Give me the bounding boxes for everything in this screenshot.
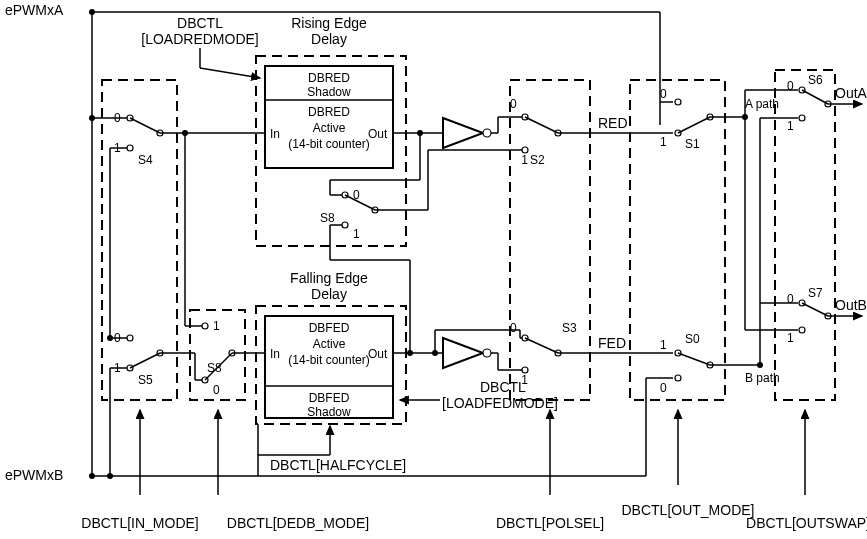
dbred-shadow1: DBRED bbox=[308, 71, 350, 85]
dbfed-in: In bbox=[270, 347, 280, 361]
svg-line-22 bbox=[130, 353, 160, 368]
s1-sel1: 1 bbox=[660, 135, 667, 149]
dbfed-counter: (14-bit counter) bbox=[288, 353, 369, 367]
loadredmode-label: [LOADREDMODE] bbox=[141, 31, 258, 47]
switch-s6: S6 bbox=[808, 73, 823, 87]
s2-sel1: 1 bbox=[521, 153, 528, 167]
svg-point-74 bbox=[407, 350, 413, 356]
rising-delay-label: Delay bbox=[311, 31, 347, 47]
svg-point-62 bbox=[483, 129, 491, 137]
svg-line-52 bbox=[345, 195, 375, 210]
loadfedmode: [LOADFEDMODE] bbox=[442, 395, 558, 411]
switch-s2: S2 bbox=[530, 153, 545, 167]
s6-sel1: 1 bbox=[787, 119, 794, 133]
switch-s5: S5 bbox=[138, 373, 153, 387]
a-path: A path bbox=[745, 97, 779, 111]
svg-point-24 bbox=[89, 115, 95, 121]
dbfed-active1: DBFED bbox=[309, 321, 350, 335]
s8a-sel1: 1 bbox=[353, 227, 360, 241]
dbfed-shadow2: Shadow bbox=[307, 405, 351, 419]
outmode-label: DBCTL[OUT_MODE] bbox=[621, 502, 754, 518]
svg-line-108 bbox=[678, 353, 710, 365]
s7-sel1: 1 bbox=[787, 331, 794, 345]
svg-line-129 bbox=[802, 303, 828, 316]
red-label: RED bbox=[598, 115, 628, 131]
dbfed-active2: Active bbox=[313, 337, 346, 351]
dbfed-shadow1: DBFED bbox=[309, 391, 350, 405]
s0-sel0: 0 bbox=[660, 381, 667, 395]
s0-sel1: 1 bbox=[660, 338, 667, 352]
dbred-counter: (14-bit counter) bbox=[288, 137, 369, 151]
switch-s8b: S8 bbox=[207, 361, 222, 375]
s8a-sel0: 0 bbox=[353, 188, 360, 202]
svg-line-85 bbox=[525, 117, 558, 133]
svg-rect-14 bbox=[102, 80, 177, 400]
svg-rect-81 bbox=[510, 80, 590, 400]
svg-point-118 bbox=[757, 362, 763, 368]
svg-point-33 bbox=[202, 323, 208, 329]
falling-edge-label: Falling Edge bbox=[290, 270, 368, 286]
out-b: OutB bbox=[835, 297, 867, 313]
input-a-label: ePWMxA bbox=[5, 2, 64, 18]
svg-line-91 bbox=[525, 338, 558, 353]
svg-point-57 bbox=[417, 130, 423, 136]
dbred-out: Out bbox=[368, 127, 388, 141]
svg-point-96 bbox=[432, 350, 438, 356]
svg-point-16 bbox=[127, 145, 133, 151]
switch-s0: S0 bbox=[685, 332, 700, 346]
polsel-label: DBCTL[POLSEL] bbox=[496, 515, 604, 531]
svg-line-18 bbox=[130, 118, 160, 133]
falling-delay-label: Delay bbox=[311, 286, 347, 302]
input-b-label: ePWMxB bbox=[5, 467, 63, 483]
s3-sel1: 1 bbox=[521, 373, 528, 387]
fed-label: FED bbox=[598, 335, 626, 351]
svg-point-123 bbox=[799, 115, 805, 121]
rising-edge-label: Rising Edge bbox=[291, 15, 367, 31]
dbfed-out: Out bbox=[368, 347, 388, 361]
out-a: OutA bbox=[835, 85, 867, 101]
s8b-sel0: 0 bbox=[213, 383, 220, 397]
in-mode-label: DBCTL[IN_MODE] bbox=[81, 515, 198, 531]
dbctl-mid: DBCTL bbox=[480, 379, 526, 395]
switch-s7: S7 bbox=[808, 286, 823, 300]
svg-point-41 bbox=[182, 130, 188, 136]
s2-sel0: 0 bbox=[510, 97, 517, 111]
svg-point-76 bbox=[483, 349, 491, 357]
switch-s4: S4 bbox=[138, 153, 153, 167]
s7-sel0: 0 bbox=[787, 292, 794, 306]
s1-sel0: 0 bbox=[660, 87, 667, 101]
switch-s8a: S8 bbox=[320, 211, 335, 225]
svg-point-101 bbox=[675, 99, 681, 105]
svg-point-28 bbox=[107, 335, 113, 341]
dedb-mode-label: DBCTL[DEDB_MODE] bbox=[227, 515, 369, 531]
outswap-label: DBCTL[OUTSWAP] bbox=[746, 515, 867, 531]
dbred-in: In bbox=[270, 127, 280, 141]
svg-point-127 bbox=[799, 327, 805, 333]
svg-marker-61 bbox=[443, 118, 483, 148]
svg-point-19 bbox=[127, 335, 133, 341]
svg-point-50 bbox=[342, 222, 348, 228]
switch-s1: S1 bbox=[685, 137, 700, 151]
svg-point-106 bbox=[675, 375, 681, 381]
dbctl-loadred-label: DBCTL bbox=[177, 15, 223, 31]
svg-line-125 bbox=[802, 90, 828, 104]
s3-sel0: 0 bbox=[510, 321, 517, 335]
halfcycle-label: DBCTL[HALFCYCLE] bbox=[270, 457, 406, 473]
svg-line-104 bbox=[678, 117, 710, 133]
switch-s3: S3 bbox=[562, 321, 577, 335]
svg-line-44 bbox=[200, 68, 260, 78]
svg-point-10 bbox=[107, 473, 113, 479]
dbred-active2: Active bbox=[313, 121, 346, 135]
svg-marker-75 bbox=[443, 338, 483, 368]
dbred-shadow2: Shadow bbox=[307, 85, 351, 99]
dbred-active1: DBRED bbox=[308, 105, 350, 119]
s6-sel0: 0 bbox=[787, 79, 794, 93]
s8b-sel1: 1 bbox=[213, 319, 220, 333]
